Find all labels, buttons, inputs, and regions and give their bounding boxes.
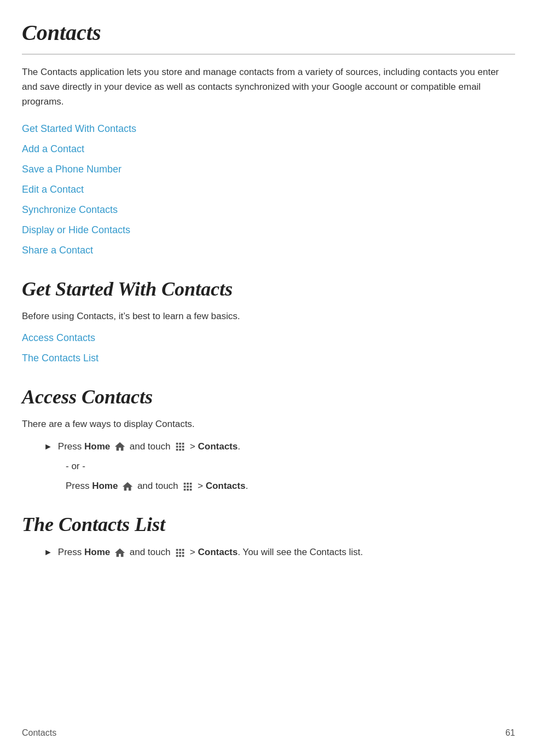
contacts-bold-1: Contacts [198, 441, 238, 452]
home-bold-1: Home [84, 441, 110, 452]
bullet-arrow-1: ► [44, 440, 53, 453]
contacts-bold-2: Contacts [206, 481, 246, 491]
apps-icon-3 [174, 547, 186, 559]
section-intro-access-contacts: There are a few ways to display Contacts… [22, 417, 515, 431]
toc-link-save-phone[interactable]: Save a Phone Number [22, 162, 515, 177]
bullet-access-contacts-1: ► Press Home and touch > Contacts. [44, 439, 515, 454]
footer-left: Contacts [22, 726, 56, 740]
subsection-link-contacts-list[interactable]: The Contacts List [22, 351, 515, 366]
bullet-arrow-2: ► [44, 546, 53, 559]
section-title-get-started: Get Started With Contacts [22, 274, 515, 304]
page-footer: Contacts 61 [22, 726, 515, 740]
apps-icon-1 [174, 441, 186, 453]
table-of-contents: Get Started With Contacts Add a Contact … [22, 122, 515, 258]
toc-link-add-contact[interactable]: Add a Contact [22, 142, 515, 157]
section-contacts-list: The Contacts List ► Press Home and touch… [22, 510, 515, 559]
page-title: Contacts [22, 16, 515, 49]
home-icon-1 [114, 441, 126, 453]
contacts-bold-3: Contacts [198, 547, 238, 557]
home-icon-3 [114, 547, 126, 559]
footer-right: 61 [505, 726, 515, 740]
toc-link-edit-contact[interactable]: Edit a Contact [22, 182, 515, 197]
apps-icon-2 [182, 481, 194, 493]
bullet-contacts-list-1: ► Press Home and touch > Contacts. You w… [44, 545, 515, 559]
toc-link-share-contact[interactable]: Share a Contact [22, 243, 515, 258]
title-divider [22, 54, 515, 55]
subsection-link-access-contacts[interactable]: Access Contacts [22, 331, 515, 345]
home-bold-3: Home [84, 547, 110, 557]
section-title-contacts-list: The Contacts List [22, 510, 515, 539]
bullet-access-contacts-2: Press Home and touch > Contacts. [66, 478, 515, 493]
section-access-contacts: Access Contacts There are a few ways to … [22, 382, 515, 493]
bullet-text-1: Press Home and touch > Contacts. [58, 439, 240, 454]
home-icon-2 [122, 481, 134, 493]
bullet-text-2: Press Home and touch > Contacts. You wil… [58, 545, 363, 559]
section-title-access-contacts: Access Contacts [22, 382, 515, 412]
toc-link-display-hide[interactable]: Display or Hide Contacts [22, 223, 515, 238]
toc-link-get-started[interactable]: Get Started With Contacts [22, 122, 515, 136]
section-get-started: Get Started With Contacts Before using C… [22, 274, 515, 366]
intro-text: The Contacts application lets you store … [22, 65, 515, 109]
section-intro-get-started: Before using Contacts, it’s best to lear… [22, 309, 515, 324]
home-bold-2: Home [92, 481, 118, 491]
or-separator: - or - [66, 459, 515, 474]
toc-link-sync-contacts[interactable]: Synchronize Contacts [22, 203, 515, 217]
